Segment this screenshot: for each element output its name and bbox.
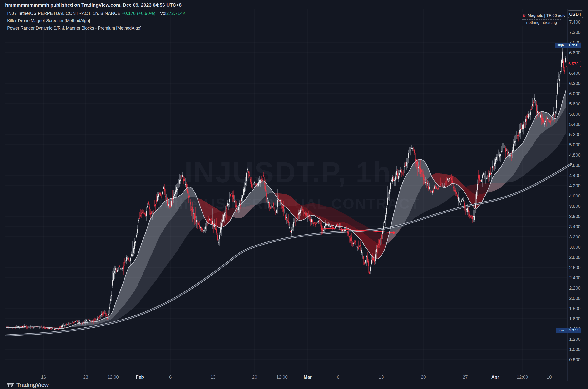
price-tick-label: 7.400: [569, 20, 581, 25]
magnets-status-text: Magnets | TF:60 actv: [527, 13, 565, 18]
magnet-icon: [522, 14, 526, 18]
badge-divider: [522, 19, 561, 20]
time-tick-label: 6: [169, 374, 172, 380]
price-tick-label: 4.000: [569, 194, 581, 199]
price-tick-label: 6.000: [569, 91, 581, 96]
price-tick-label: 1.800: [569, 306, 581, 311]
price-tick-label: 4.200: [569, 183, 581, 189]
price-tick-label: 5.800: [569, 101, 581, 107]
time-tick-label: 10: [547, 374, 552, 380]
price-chart-canvas[interactable]: [0, 0, 588, 389]
price-tick-label: 5.600: [569, 112, 581, 117]
price-tick-label: 3.400: [569, 224, 581, 229]
magnets-message: nothing intresting: [522, 20, 561, 25]
high-price-label: High: [555, 43, 566, 48]
time-tick-label: Mar: [304, 374, 312, 380]
indicator-legend-2[interactable]: Power Ranger Dynamic S/R & Magnet Blocks…: [7, 26, 186, 30]
price-tick-label: 5.000: [569, 142, 581, 148]
time-tick-label: 20: [252, 374, 257, 380]
price-tick-label: 4.800: [569, 153, 581, 158]
price-tick-label: 4.400: [569, 173, 581, 178]
time-tick-label: 12:00: [276, 374, 288, 380]
time-tick-label: 23: [83, 374, 88, 380]
time-tick-label: 6: [337, 374, 340, 380]
currency-toggle-button[interactable]: USDT: [568, 10, 583, 18]
price-tick-label: 6.200: [569, 81, 581, 86]
price-tick-label: 2.600: [569, 265, 581, 270]
price-tick-label: 0.800: [569, 357, 581, 362]
time-tick-label: Feb: [136, 374, 144, 380]
price-change: +0.176 (+0.90%): [122, 11, 155, 16]
tradingview-brand-text[interactable]: TradingView: [16, 382, 49, 388]
low-price-label: Low: [556, 328, 566, 333]
time-tick-label: 12:00: [517, 374, 528, 380]
price-tick-label: 2.200: [569, 286, 581, 291]
time-tick-label: 13: [379, 374, 384, 380]
magnets-status-panel: Magnets | TF:60 actv nothing intresting: [520, 12, 563, 26]
volume-label: Vol: [160, 11, 166, 16]
price-tick-label: 1.200: [569, 337, 581, 342]
symbol-legend-row[interactable]: INJ / TetherUS PERPETUAL CONTRACT, 1h, B…: [7, 11, 186, 15]
time-tick-label: 20: [421, 374, 426, 380]
tradingview-logo-icon: [7, 383, 14, 388]
price-tick-label: 3.800: [569, 204, 581, 209]
price-tick-label: 2.800: [569, 255, 581, 260]
indicator-legend-1[interactable]: Killer Drone Magnet Screener [MethodAlgo…: [7, 19, 186, 23]
volume-value: 272.714K: [166, 11, 186, 16]
price-tick-label: 3.200: [569, 234, 581, 240]
price-tick-label: 3.000: [569, 245, 581, 250]
price-tick-label: 2.400: [569, 275, 581, 281]
last-price-tag: 6.575: [566, 61, 581, 67]
price-tick-label: 2.000: [569, 296, 581, 301]
price-tick-label: 6.400: [569, 71, 581, 76]
time-tick-label: 12:00: [107, 374, 119, 380]
price-tick-label: 6.800: [569, 50, 581, 55]
footer-branding[interactable]: TradingView: [7, 382, 49, 388]
high-price-value: 6.950: [566, 43, 581, 48]
time-tick-label: 27: [463, 374, 468, 380]
price-tick-label: 5.200: [569, 132, 581, 137]
price-tick-label: 1.000: [569, 347, 581, 352]
price-tick-label: 7.200: [569, 30, 581, 35]
price-tick-label: 3.600: [569, 214, 581, 219]
price-tick-label: 4.600: [569, 163, 581, 168]
price-tick-label: 5.400: [569, 122, 581, 127]
symbol-title[interactable]: INJ / TetherUS PERPETUAL CONTRACT, 1h, B…: [7, 11, 120, 16]
time-tick-label: 16: [41, 374, 46, 380]
time-tick-label: Apr: [491, 374, 499, 380]
chart-legend[interactable]: INJ / TetherUS PERPETUAL CONTRACT, 1h, B…: [7, 11, 186, 30]
time-tick-label: 13: [210, 374, 215, 380]
price-tick-label: 1.600: [569, 316, 581, 322]
low-price-value: 1.377: [566, 328, 581, 333]
